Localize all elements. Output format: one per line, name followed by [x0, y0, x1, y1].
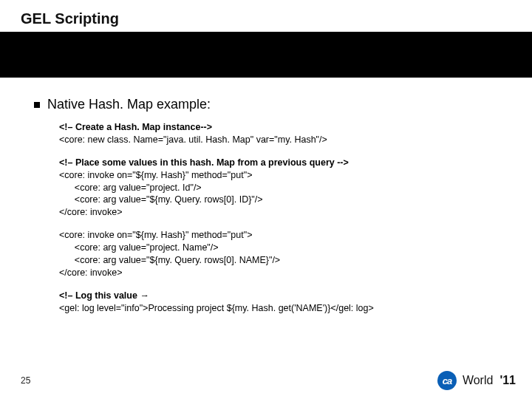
code-line: </core: invoke> — [59, 206, 511, 219]
content-heading: Native Hash. Map example: — [47, 97, 211, 112]
code-group: <core: invoke on="${my. Hash}" method="p… — [59, 229, 511, 279]
code-line: <gel: log level="info">Processing projec… — [59, 302, 511, 315]
code-group: <!– Place some values in this hash. Map … — [59, 157, 511, 219]
heading-row: Native Hash. Map example: — [34, 97, 511, 112]
slide-title: GEL Scripting — [21, 10, 532, 27]
code-line: <core: arg value="${my. Query. rows[0]. … — [59, 194, 511, 206]
code-line: <!– Log this value → — [59, 290, 511, 302]
ca-logo: ca — [437, 371, 457, 390]
dark-band — [0, 32, 532, 78]
brand-year: '11 — [499, 374, 516, 387]
brand-block: ca World '11 — [437, 371, 516, 390]
bullet-icon — [34, 102, 40, 108]
code-group: <!– Create a Hash. Map instance--><core:… — [59, 121, 511, 146]
code-line: <!– Place some values in this hash. Map … — [59, 157, 511, 169]
code-line: <core: arg value="project. Name"/> — [59, 242, 511, 254]
code-groups: <!– Create a Hash. Map instance--><core:… — [34, 121, 511, 314]
content-area: Native Hash. Map example: <!– Create a H… — [0, 78, 532, 314]
slide: GEL Scripting Native Hash. Map example: … — [0, 0, 532, 399]
code-line: <core: arg value="${my. Query. rows[0]. … — [59, 254, 511, 267]
title-area: GEL Scripting — [0, 0, 532, 32]
brand-word: World — [463, 374, 494, 387]
code-line: <core: arg value="project. Id"/> — [59, 182, 511, 194]
code-line: <core: invoke on="${my. Hash}" method="p… — [59, 229, 511, 242]
code-line: </core: invoke> — [59, 267, 511, 279]
code-line: <core: invoke on="${my. Hash}" method="p… — [59, 169, 511, 182]
code-group: <!– Log this value →<gel: log level="inf… — [59, 290, 511, 315]
ca-logo-icon: ca — [437, 371, 457, 390]
footer: 25 ca World '11 — [0, 371, 532, 390]
code-line: <core: new class. Name="java. util. Hash… — [59, 134, 511, 146]
page-number: 25 — [21, 375, 30, 386]
code-line: <!– Create a Hash. Map instance--> — [59, 121, 511, 134]
